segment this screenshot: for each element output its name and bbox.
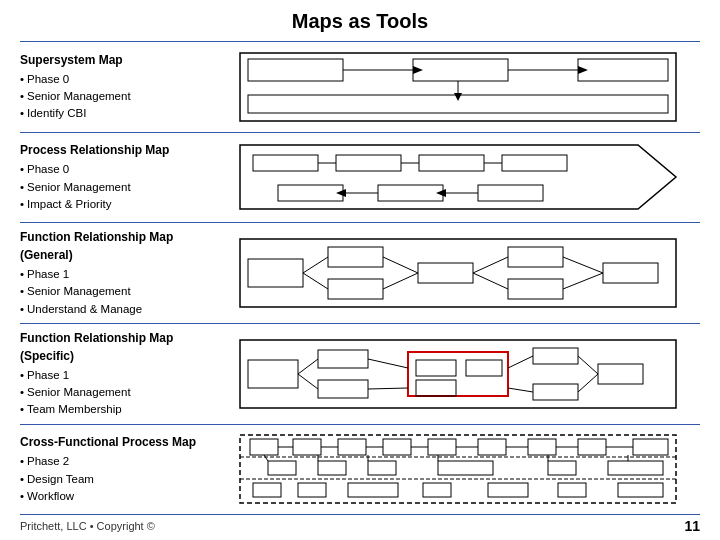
process-title: Process Relationship Map — [20, 141, 205, 159]
cross-functional-diagram — [215, 430, 700, 510]
svg-rect-64 — [250, 439, 278, 455]
svg-rect-86 — [608, 461, 663, 475]
svg-rect-81 — [268, 461, 296, 475]
process-diagram — [215, 138, 700, 218]
svg-rect-67 — [383, 439, 411, 455]
svg-rect-30 — [418, 263, 473, 283]
svg-rect-61 — [240, 435, 676, 503]
row-function-general-text: Function Relationship Map (General) •Pha… — [20, 228, 215, 318]
cross-functional-bullet-1: •Phase 2 — [20, 453, 205, 470]
svg-line-39 — [473, 273, 508, 289]
supersystem-title: Supersystem Map — [20, 51, 205, 69]
row-process-text: Process Relationship Map •Phase 0 •Senio… — [20, 141, 215, 213]
cross-functional-title: Cross-Functional Process Map — [20, 433, 205, 451]
row-function-specific-text: Function Relationship Map (Specific) •Ph… — [20, 329, 215, 419]
svg-rect-89 — [348, 483, 398, 497]
row-cross-functional: Cross-Functional Process Map •Phase 2 •D… — [20, 424, 700, 516]
svg-rect-31 — [508, 247, 563, 267]
svg-marker-10 — [454, 93, 462, 101]
supersystem-diagram — [215, 47, 700, 127]
footer-page: 11 — [684, 518, 700, 534]
function-specific-bullet-2: •Senior Management — [20, 384, 205, 401]
svg-rect-71 — [578, 439, 606, 455]
svg-rect-69 — [478, 439, 506, 455]
svg-line-34 — [303, 257, 328, 273]
svg-rect-26 — [240, 239, 676, 307]
svg-rect-66 — [338, 439, 366, 455]
process-bullet-2: •Senior Management — [20, 179, 205, 196]
function-general-bullet-1: •Phase 1 — [20, 266, 205, 283]
svg-rect-45 — [318, 380, 368, 398]
process-bullet-1: •Phase 0 — [20, 161, 205, 178]
svg-rect-28 — [328, 247, 383, 267]
page-title: Maps as Tools — [20, 10, 700, 33]
svg-line-94 — [264, 455, 268, 461]
svg-marker-7 — [578, 66, 588, 74]
process-bullet-3: •Impact & Priority — [20, 196, 205, 213]
svg-rect-12 — [253, 155, 318, 171]
svg-line-41 — [563, 273, 603, 289]
svg-rect-48 — [416, 380, 456, 396]
svg-rect-83 — [368, 461, 396, 475]
svg-rect-21 — [478, 185, 543, 201]
svg-rect-84 — [438, 461, 493, 475]
svg-rect-65 — [293, 439, 321, 455]
function-general-bullet-2: •Senior Management — [20, 283, 205, 300]
svg-line-56 — [368, 388, 408, 389]
footer-left: Pritchett, LLC • Copyright © — [20, 520, 155, 532]
svg-line-35 — [303, 273, 328, 289]
svg-rect-85 — [548, 461, 576, 475]
svg-rect-50 — [533, 348, 578, 364]
svg-line-55 — [368, 359, 408, 368]
svg-rect-93 — [618, 483, 663, 497]
svg-line-38 — [473, 257, 508, 273]
svg-line-53 — [298, 359, 318, 374]
svg-rect-42 — [240, 340, 676, 408]
svg-rect-3 — [578, 59, 668, 81]
svg-rect-52 — [598, 364, 643, 384]
function-general-title: Function Relationship Map (General) — [20, 228, 205, 264]
svg-line-60 — [578, 374, 598, 392]
svg-rect-27 — [248, 259, 303, 287]
svg-rect-2 — [413, 59, 508, 81]
svg-rect-20 — [378, 185, 443, 201]
svg-marker-23 — [336, 189, 346, 197]
function-specific-diagram — [215, 329, 700, 419]
svg-rect-88 — [298, 483, 326, 497]
cross-functional-bullet-2: •Design Team — [20, 471, 205, 488]
footer: Pritchett, LLC • Copyright © 11 — [20, 515, 700, 534]
svg-rect-32 — [508, 279, 563, 299]
function-specific-title: Function Relationship Map (Specific) — [20, 329, 205, 365]
function-specific-bullet-3: •Team Membership — [20, 401, 205, 418]
svg-rect-47 — [416, 360, 456, 376]
row-supersystem-text: Supersystem Map •Phase 0 •Senior Managem… — [20, 51, 215, 123]
svg-line-40 — [563, 257, 603, 273]
svg-marker-5 — [413, 66, 423, 74]
supersystem-bullet-2: •Senior Management — [20, 88, 205, 105]
svg-rect-68 — [428, 439, 456, 455]
row-process: Process Relationship Map •Phase 0 •Senio… — [20, 132, 700, 223]
svg-rect-46 — [408, 352, 508, 396]
page: Maps as Tools Supersystem Map •Phase 0 •… — [0, 0, 720, 540]
svg-line-57 — [508, 356, 533, 368]
svg-line-59 — [578, 356, 598, 374]
svg-rect-13 — [336, 155, 401, 171]
svg-rect-15 — [502, 155, 567, 171]
svg-rect-49 — [466, 360, 502, 376]
svg-rect-82 — [318, 461, 346, 475]
supersystem-bullet-1: •Phase 0 — [20, 71, 205, 88]
svg-rect-87 — [253, 483, 281, 497]
row-cross-functional-text: Cross-Functional Process Map •Phase 2 •D… — [20, 433, 215, 505]
svg-rect-51 — [533, 384, 578, 400]
svg-rect-72 — [633, 439, 668, 455]
svg-rect-92 — [558, 483, 586, 497]
svg-rect-1 — [248, 59, 343, 81]
svg-rect-29 — [328, 279, 383, 299]
svg-rect-43 — [248, 360, 298, 388]
svg-rect-91 — [488, 483, 528, 497]
cross-functional-bullet-3: •Workflow — [20, 488, 205, 505]
svg-rect-19 — [278, 185, 343, 201]
svg-rect-33 — [603, 263, 658, 283]
row-function-specific: Function Relationship Map (Specific) •Ph… — [20, 323, 700, 424]
svg-rect-44 — [318, 350, 368, 368]
